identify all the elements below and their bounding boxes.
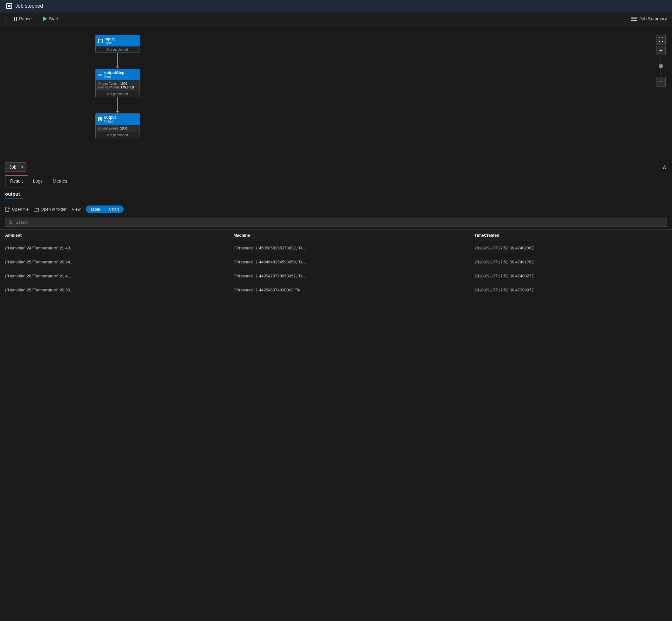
input-node-icon <box>98 39 103 43</box>
zoom-in-button[interactable]: + <box>656 46 666 55</box>
cell-timecreated: 2018-09-17T17:52:36.4739997Z <box>469 283 672 297</box>
lines-icon <box>631 17 637 21</box>
cell-timecreated: 2018-09-17T17:52:36.4740027Z <box>469 269 672 283</box>
toolbar-divider <box>5 15 5 22</box>
output-toolbar: Open file Open in folder View Table Char… <box>0 204 672 215</box>
open-file-label: Open file <box>12 207 29 212</box>
diagram-area: input1 Input Not partitioned <> outputSt… <box>0 26 672 159</box>
cell-timecreated: 2018-09-17T17:52:36.4740206Z <box>469 241 672 255</box>
panel-header: Job ▼ ∧ <box>0 159 672 175</box>
cell-machine: {"Pressure":1.4505058295373832,"Te... <box>229 241 469 255</box>
node-input1[interactable]: input1 Input Not partitioned <box>95 35 140 53</box>
table-row: {"Humidity":25,"Temperature":20.94... {"… <box>0 255 672 269</box>
node-output-name: output <box>104 115 116 120</box>
cell-machine: {"Pressure":1.4494648254598959,"Te... <box>229 255 469 269</box>
svg-line-2 <box>11 223 12 224</box>
results-table-container: Ambient Machine TimeCreated {"Humidity":… <box>0 230 672 297</box>
toggle-table[interactable]: Table <box>86 206 104 213</box>
col-machine: Machine <box>229 230 469 241</box>
node-outputstep-header: <> outputStep Step <box>96 69 140 80</box>
job-summary-label: Job Summary <box>639 16 667 21</box>
node-input1-name: input1 <box>104 37 116 41</box>
zoom-controls: ⛶ + − <box>656 35 666 87</box>
output-title: output <box>5 191 667 197</box>
zoom-fit-button[interactable]: ⛶ <box>656 35 666 45</box>
cell-machine: {"Pressure":1.449546374038063,"Te... <box>229 283 469 297</box>
zoom-slider[interactable] <box>661 57 661 76</box>
table-body: {"Humidity":24,"Temperature":21.43... {"… <box>0 241 672 297</box>
table-row: {"Humidity":26,"Temperature":21.41... {"… <box>0 269 672 283</box>
status-bar: Job stopped <box>0 0 672 12</box>
node-outputstep-body: Output Events: 1000 Events Written: 175.… <box>96 80 140 91</box>
pause-icon <box>14 17 17 21</box>
zoom-thumb <box>659 64 663 69</box>
pause-button[interactable]: Pause <box>12 15 34 23</box>
search-row <box>0 215 672 230</box>
output-node-icon <box>98 117 102 121</box>
output-underline <box>5 198 24 199</box>
node-output-type: Output <box>104 120 116 123</box>
job-selector-wrapper: Job ▼ <box>5 162 27 172</box>
toolbar: Pause Start Job Summary <box>0 12 672 26</box>
tab-result[interactable]: Result <box>5 175 28 188</box>
search-input[interactable] <box>15 220 663 224</box>
node-outputstep-footer: Not partitioned <box>96 91 140 97</box>
collapse-button[interactable]: ∧ <box>662 163 667 171</box>
output-section: output <box>0 188 672 204</box>
node-outputstep[interactable]: <> outputStep Step Output Events: 1000 E… <box>95 69 140 97</box>
job-selector[interactable]: Job <box>5 162 27 172</box>
svg-point-1 <box>9 220 12 223</box>
status-indicator <box>6 3 12 9</box>
cell-machine: {"Pressure":1.4495479778958957,"Te... <box>229 269 469 283</box>
node-outputstep-type: Step <box>104 75 124 79</box>
node-input1-footer: Not partitioned <box>96 46 140 52</box>
toolbar-left: Pause Start <box>5 15 631 23</box>
view-label: View <box>72 207 81 212</box>
zoom-out-button[interactable]: − <box>656 77 666 87</box>
status-dot-inner <box>8 5 10 7</box>
step-node-icon: <> <box>98 73 102 77</box>
cell-ambient: {"Humidity":25,"Temperature":20.58... <box>0 283 229 297</box>
search-input-wrap <box>5 218 667 227</box>
job-summary-button[interactable]: Job Summary <box>631 16 667 21</box>
node-output-body: Output Events: 1000 <box>96 125 140 132</box>
col-ambient: Ambient <box>0 230 229 241</box>
node-outputstep-name: outputStep <box>104 71 124 75</box>
table-header-row: Ambient Machine TimeCreated <box>0 230 672 241</box>
toggle-chart[interactable]: Chart <box>104 206 124 213</box>
cell-ambient: {"Humidity":24,"Temperature":21.43... <box>0 241 229 255</box>
view-toggle: Table Chart <box>86 206 124 213</box>
open-folder-label: Open in folder <box>41 207 67 212</box>
tab-metrics[interactable]: Metrics <box>48 175 72 188</box>
cell-timecreated: 2018-09-17T17:52:36.4740176Z <box>469 255 672 269</box>
table-row: {"Humidity":25,"Temperature":20.58... {"… <box>0 283 672 297</box>
node-output-header: output Output <box>96 114 140 125</box>
connector-2 <box>116 97 119 113</box>
search-icon <box>9 220 13 224</box>
cell-ambient: {"Humidity":25,"Temperature":20.94... <box>0 255 229 269</box>
folder-icon <box>34 207 39 212</box>
node-input1-header: input1 Input <box>96 35 140 46</box>
node-output-footer: Not partitioned <box>96 132 140 138</box>
open-file-button[interactable]: Open file <box>5 207 29 212</box>
status-title: Job stopped <box>15 3 43 9</box>
svg-rect-0 <box>6 207 9 212</box>
diagram-container: input1 Input Not partitioned <> outputSt… <box>95 35 140 138</box>
col-timecreated: TimeCreated <box>469 230 672 241</box>
file-icon <box>5 207 10 212</box>
start-button[interactable]: Start <box>41 15 61 23</box>
node-input1-type: Input <box>104 41 116 45</box>
tab-logs[interactable]: Logs <box>28 175 48 188</box>
cell-ambient: {"Humidity":26,"Temperature":21.41... <box>0 269 229 283</box>
node-output[interactable]: output Output Output Events: 1000 Not pa… <box>95 113 140 138</box>
pause-label: Pause <box>19 16 32 21</box>
table-row: {"Humidity":24,"Temperature":21.43... {"… <box>0 241 672 255</box>
open-folder-button[interactable]: Open in folder <box>34 207 67 212</box>
results-table: Ambient Machine TimeCreated {"Humidity":… <box>0 230 672 297</box>
play-icon <box>43 16 47 21</box>
tabs-row: Result Logs Metrics <box>0 175 672 188</box>
bottom-panel: Job ▼ ∧ Result Logs Metrics output Open … <box>0 159 672 297</box>
connector-1 <box>116 53 119 69</box>
start-label: Start <box>49 16 58 21</box>
